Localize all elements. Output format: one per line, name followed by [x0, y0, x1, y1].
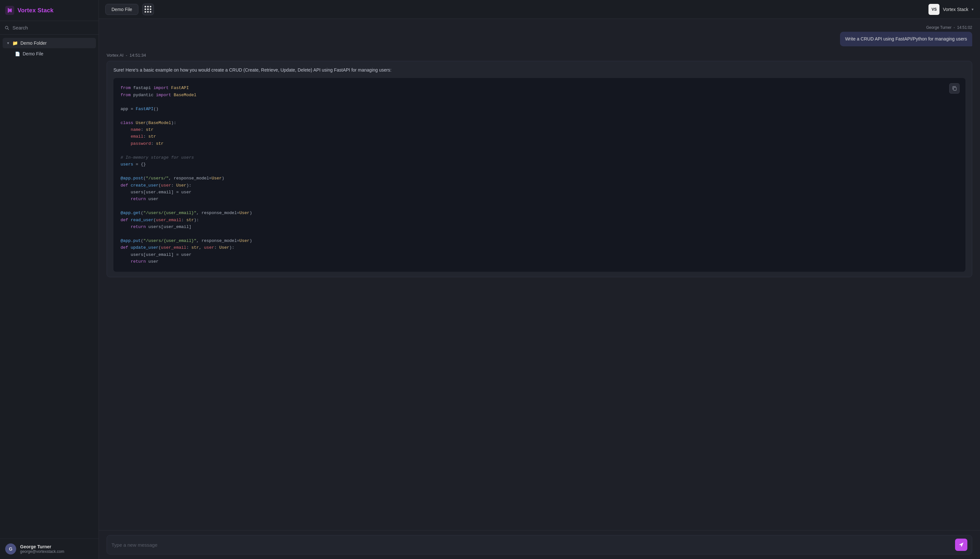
chat-area: George Turner - 14:51:02 Write a CRUD AP…: [99, 19, 980, 530]
user-email: george@vortexstack.com: [20, 549, 64, 554]
code-block: from fastapi import FastAPI from pydanti…: [113, 78, 965, 271]
search-input[interactable]: [13, 25, 94, 30]
copy-icon: [952, 86, 957, 91]
sidebar-user: G George Turner george@vortexstack.com: [0, 539, 98, 559]
file-label: Demo File: [23, 51, 43, 56]
ai-message-timestamp: Vortex AI - 14:51:34: [107, 53, 972, 58]
chevron-down-icon: ▾: [7, 41, 9, 45]
grid-menu-button[interactable]: [142, 3, 154, 15]
logo-icon: [5, 6, 14, 15]
chat-input[interactable]: [111, 542, 955, 547]
chevron-down-icon: ▾: [972, 7, 973, 12]
file-icon: 📄: [15, 51, 20, 56]
svg-line-4: [8, 28, 9, 30]
main-content: Demo File VS Vortex Stack ▾ George Turne…: [99, 0, 980, 559]
ai-intro-text: Sure! Here's a basic example on how you …: [113, 66, 965, 73]
search-bar[interactable]: [0, 21, 98, 35]
user-message-meta: George Turner - 14:51:02 Write a CRUD AP…: [840, 25, 972, 46]
file-tab[interactable]: Demo File: [105, 4, 138, 15]
top-bar: Demo File VS Vortex Stack ▾: [99, 0, 980, 19]
user-display-name: George Turner: [20, 544, 64, 549]
copy-button[interactable]: [949, 83, 960, 94]
search-icon: [5, 25, 9, 30]
file-item-demo[interactable]: 📄 Demo File: [3, 49, 96, 59]
folder-item-demo[interactable]: ▾ 📁 Demo Folder: [3, 38, 96, 48]
chat-input-wrapper: [107, 535, 972, 554]
user-message-row: George Turner - 14:51:02 Write a CRUD AP…: [107, 25, 972, 46]
code-block-header: [946, 81, 963, 96]
ai-bubble: Sure! Here's a basic example on how you …: [107, 61, 972, 277]
grid-dots-icon: [144, 6, 151, 13]
topbar-user-name: Vortex Stack: [943, 7, 968, 12]
avatar: G: [5, 544, 16, 554]
ai-message-block: Vortex AI - 14:51:34 Sure! Here's a basi…: [107, 53, 972, 277]
folder-icon: 📁: [12, 40, 18, 46]
user-message-timestamp: George Turner - 14:51:02: [926, 25, 972, 30]
code-content: from fastapi import FastAPI from pydanti…: [113, 78, 965, 271]
file-tree: ▾ 📁 Demo Folder 📄 Demo File: [0, 35, 98, 539]
user-info: George Turner george@vortexstack.com: [20, 544, 64, 554]
chat-input-area: [99, 530, 980, 559]
app-name: Vortex Stack: [18, 7, 53, 14]
sidebar-header: Vortex Stack: [0, 0, 98, 21]
send-icon: [958, 542, 964, 547]
svg-rect-5: [953, 88, 956, 90]
folder-label: Demo Folder: [20, 40, 46, 46]
user-bubble: Write a CRUD API using FastAPI/Python fo…: [840, 32, 972, 46]
svg-rect-2: [10, 8, 12, 12]
vs-avatar: VS: [929, 4, 940, 15]
sidebar: Vortex Stack ▾ 📁 Demo Folder 📄 Demo File…: [0, 0, 99, 559]
user-badge-top[interactable]: VS Vortex Stack ▾: [929, 4, 973, 15]
send-button[interactable]: [955, 539, 967, 551]
